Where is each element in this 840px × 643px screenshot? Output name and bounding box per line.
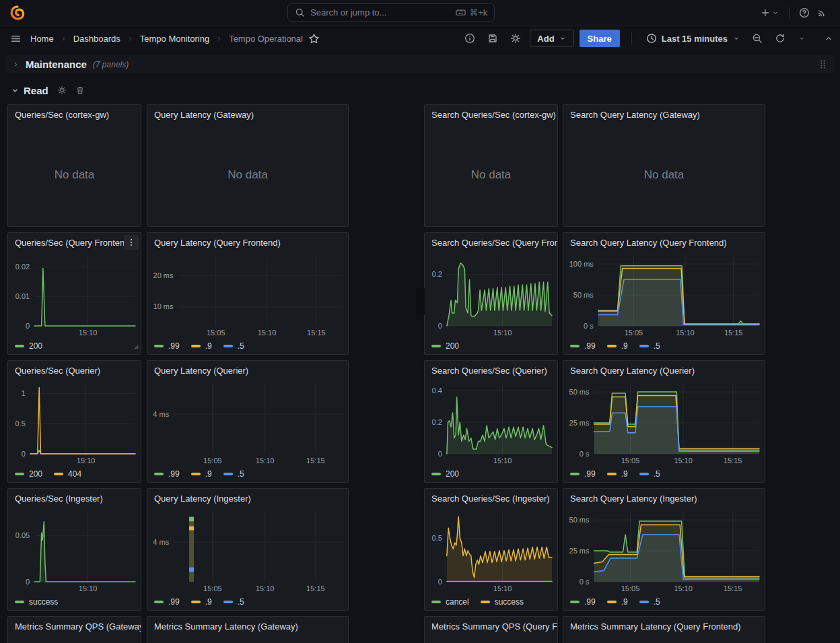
legend-item[interactable]: .99	[154, 469, 180, 479]
mega-menu-toggle[interactable]	[7, 30, 25, 48]
legend-item[interactable]: .99	[570, 469, 596, 479]
search-input[interactable]: Search or jump to... ⌘+k	[287, 3, 495, 22]
legend-item[interactable]: 200	[15, 469, 42, 479]
legend-item[interactable]: .99	[570, 597, 596, 607]
panel-menu-button[interactable]	[124, 235, 139, 250]
panel-chart[interactable]: 15:0515:1015:154 ms	[147, 379, 348, 466]
panel-title[interactable]: Search Query Latency (Querier)	[563, 361, 765, 379]
panel-chart[interactable]: 15:0515:1015:150 s25 ms50 ms	[563, 379, 765, 466]
grafana-logo[interactable]	[9, 5, 26, 21]
legend-item[interactable]: cancel	[431, 597, 469, 607]
legend-swatch	[639, 473, 649, 475]
legend-item[interactable]: .9	[191, 469, 212, 479]
legend-item[interactable]: .5	[223, 469, 244, 479]
panel-title[interactable]: Metrics Summary Latency (Gateway)	[147, 617, 348, 635]
add-panel-button[interactable]: Add	[530, 30, 573, 47]
legend-item[interactable]: .5	[639, 341, 660, 351]
panel-title[interactable]: Queries/Sec (Querier)	[8, 361, 141, 379]
collapse-toolbar-button[interactable]	[824, 34, 833, 43]
panel-chart[interactable]: 15:1000.05	[8, 507, 141, 594]
news-button[interactable]	[813, 4, 831, 22]
legend-label: .9	[205, 341, 212, 351]
panel-chart[interactable]: 15:1000.20.4	[425, 379, 557, 466]
zoom-out-time-button[interactable]	[748, 30, 766, 47]
panel-search-query-latency-query-frontend: Search Query Latency (Query Frontend)15:…	[563, 232, 765, 355]
panel-title[interactable]: Search Queries/Sec (Querier)	[425, 361, 557, 379]
legend-item[interactable]: .9	[607, 469, 628, 479]
svg-text:15:05: 15:05	[621, 584, 640, 593]
legend-item[interactable]: success	[15, 597, 58, 607]
help-button[interactable]	[796, 4, 813, 22]
legend-item[interactable]: 200	[431, 341, 459, 351]
panel-title[interactable]: Query Latency (Gateway)	[147, 105, 348, 123]
panel-title[interactable]: Search Query Latency (Gateway)	[563, 105, 765, 123]
legend-item[interactable]: .5	[223, 597, 244, 607]
panel-title[interactable]: Search Query Latency (Ingester)	[563, 489, 765, 507]
panel-title[interactable]: Search Queries/Sec (cortex-gw)	[425, 105, 557, 123]
row-delete-button[interactable]	[75, 86, 85, 95]
panel-chart[interactable]: 15:1000.2	[425, 251, 557, 338]
favorite-star-button[interactable]	[308, 33, 320, 44]
share-button[interactable]: Share	[580, 30, 620, 47]
panel-title[interactable]: Query Latency (Querier)	[147, 361, 348, 379]
panel-title[interactable]: Search Query Latency (Query Frontend)	[563, 233, 765, 251]
drag-grip-icon[interactable]	[818, 59, 828, 69]
dashboard-info-button[interactable]	[461, 30, 479, 47]
legend-item[interactable]: .9	[607, 597, 628, 607]
panel-title[interactable]: Queries/Sec (Ingester)	[8, 489, 141, 507]
panel-title[interactable]: Metrics Summary QPS (Query Frontend)	[425, 617, 557, 635]
legend-item[interactable]: .99	[154, 341, 180, 351]
legend-item[interactable]: .9	[607, 341, 628, 351]
breadcrumb-home[interactable]: Home	[30, 34, 54, 44]
panel-chart[interactable]: 15:1000.5	[425, 507, 557, 594]
panel-title[interactable]: Queries/Sec (cortex-gw)	[8, 105, 141, 123]
save-icon	[487, 33, 498, 44]
row-read: Read	[11, 81, 85, 99]
refresh-interval-button[interactable]	[794, 31, 809, 46]
panel-chart[interactable]: 15:0515:1015:150 s50 ms100 ms	[563, 251, 765, 338]
legend-item[interactable]: .5	[639, 469, 660, 479]
panel-title[interactable]: Search Queries/Sec (Ingester)	[425, 489, 557, 507]
panel-chart[interactable]: 15:0515:1015:1510 ms20 ms	[147, 251, 348, 338]
refresh-button[interactable]	[771, 30, 789, 47]
time-range-picker[interactable]: Last 15 minutes	[643, 33, 743, 44]
legend-item[interactable]: 200	[431, 469, 459, 479]
legend-item[interactable]: .9	[191, 341, 212, 351]
panel-resize-handle[interactable]	[131, 341, 140, 353]
panel-chart[interactable]: 15:1000.51	[8, 379, 141, 466]
panel-legend: 200	[431, 469, 459, 479]
legend-item[interactable]: .9	[191, 597, 212, 607]
legend-item[interactable]: .99	[154, 597, 180, 607]
save-dashboard-button[interactable]	[484, 30, 501, 47]
row-settings-button[interactable]	[57, 86, 67, 95]
rss-icon	[816, 7, 827, 18]
panel-title[interactable]: Search Queries/Sec (Query Frontend)	[425, 233, 557, 251]
breadcrumb-dashboards[interactable]: Dashboards	[73, 34, 120, 44]
panel-title[interactable]: Queries/Sec (Query Frontend)	[8, 233, 141, 251]
panel-chart[interactable]: 15:0515:1015:154 ms	[147, 507, 348, 594]
legend-item[interactable]: .5	[639, 597, 660, 607]
legend-label: .9	[205, 469, 212, 479]
panel-chart[interactable]: 15:0515:1015:150 s25 ms50 ms	[563, 507, 765, 594]
breadcrumb-folder[interactable]: Tempo Monitoring	[140, 34, 209, 44]
panel-title[interactable]: Metrics Summary Latency (Query Frontend)	[563, 617, 765, 635]
add-button-label: Add	[537, 34, 554, 44]
dashboard-settings-button[interactable]	[507, 30, 524, 47]
legend-label: .99	[168, 341, 180, 351]
legend-item[interactable]: .99	[570, 341, 596, 351]
row-maintenance[interactable]: Maintenance (7 panels)	[5, 55, 835, 73]
panel-chart[interactable]: 15:1000.010.02	[8, 251, 141, 338]
legend-item[interactable]: 200	[15, 341, 42, 351]
panel-title[interactable]: Query Latency (Query Frontend)	[147, 233, 348, 251]
legend-item[interactable]: 404	[54, 469, 81, 479]
row-read-toggle[interactable]: Read	[11, 85, 48, 96]
panel-title[interactable]: Metrics Summary QPS (Gateway)	[8, 617, 141, 635]
legend-item[interactable]: .5	[223, 341, 244, 351]
hamburger-icon	[10, 33, 22, 44]
legend-item[interactable]: success	[481, 597, 524, 607]
legend-label: .5	[238, 597, 244, 607]
svg-text:4 ms: 4 ms	[153, 410, 169, 418]
panel-title[interactable]: Query Latency (Ingester)	[147, 489, 348, 507]
new-menu-button[interactable]	[757, 4, 783, 22]
svg-text:20 ms: 20 ms	[153, 271, 174, 279]
